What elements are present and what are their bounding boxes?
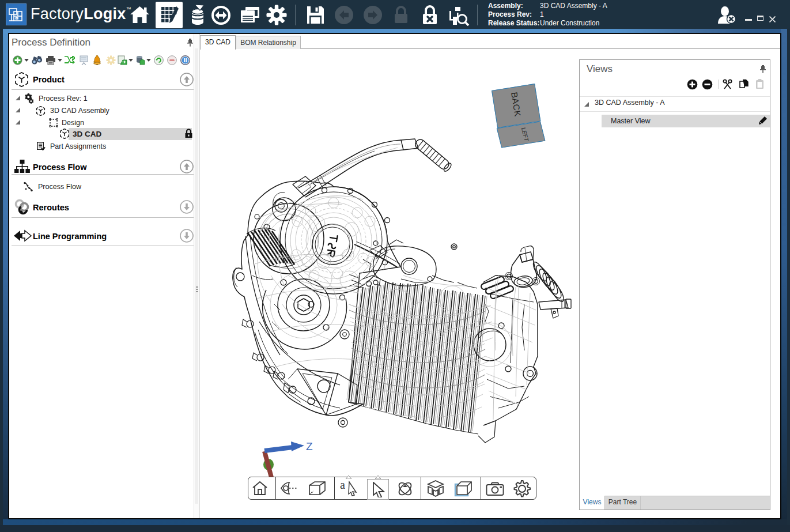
svg-text:a: a: [340, 479, 345, 491]
svg-text:Z: Z: [306, 440, 313, 452]
